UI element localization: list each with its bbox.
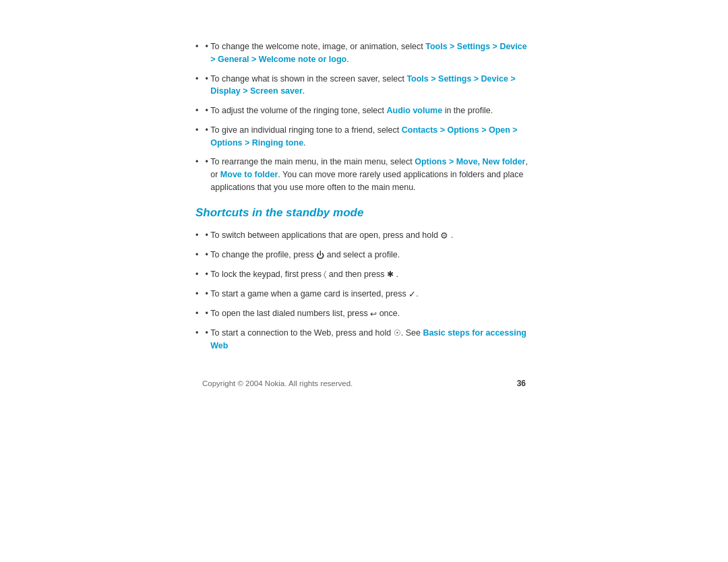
call-icon: ↩ [370,308,377,320]
bullet-marker: • [205,249,210,261]
bullet-text: To change what is shown in the screen sa… [210,73,533,98]
bullet-list-section1: • To change the welcome note, image, or … [195,40,533,194]
list-item: • To rearrange the main menu, in the mai… [195,156,533,193]
list-item: • To open the last dialed numbers list, … [195,307,533,320]
page-number: 36 [517,379,526,388]
bullet-marker: • [205,327,210,340]
list-item: • To lock the keypad, first press 〈 and … [195,268,533,281]
bullet-marker: • [205,288,210,301]
bullet-text: To start a game when a game card is inse… [210,288,418,301]
list-item: • To switch between applications that ar… [195,229,533,243]
bullet-text: To adjust the volume of the ringing tone… [210,104,493,117]
bullet-marker: • [205,156,210,168]
list-item: • To give an individual ringing tone to … [195,124,533,150]
list-item: • To change what is shown in the screen … [195,73,533,98]
link-tools-settings-screensaver[interactable]: Tools > Settings > Device > Display > Sc… [210,74,515,96]
lock-icon: 〈 [324,268,326,280]
bullet-text: To give an individual ringing tone to a … [210,124,533,150]
bullet-text: To change the profile, press ⏻ and selec… [210,249,400,261]
page-footer: Copyright © 2004 Nokia. All rights reser… [195,379,533,388]
bullet-text: To start a connection to the Web, press … [210,327,533,352]
list-item: • To change the profile, press ⏻ and sel… [195,249,533,261]
bullet-text: To change the welcome note, image, or an… [210,40,533,66]
bullet-text: To rearrange the main menu, in the main … [210,156,533,193]
bullet-marker: • [205,229,210,242]
bullet-marker: • [205,307,210,320]
list-item: • To start a game when a game card is in… [195,288,533,301]
bullet-marker: • [205,124,210,137]
copyright-text: Copyright © 2004 Nokia. All rights reser… [202,379,353,387]
link-audio-volume[interactable]: Audio volume [387,106,443,115]
link-basic-steps-web[interactable]: Basic steps for accessing Web [210,328,526,350]
bullet-marker: • [205,268,210,281]
web-icon: ☉ [394,327,401,339]
bullet-marker: • [205,104,210,117]
bullet-text: To switch between applications that are … [210,229,453,243]
apps-icon: ⚙ [440,229,448,243]
bullet-list-section2: • To switch between applications that ar… [195,229,533,352]
bullet-marker: • [205,73,210,86]
section-heading-standby: Shortcuts in the standby mode [195,206,533,220]
profile-icon: ⏻ [316,249,324,261]
asterisk-icon: ✱ [387,268,394,280]
link-contacts-ringing[interactable]: Contacts > Options > Open > Options > Ri… [210,125,517,148]
check-icon: ✓ [408,288,416,301]
bullet-text: To open the last dialed numbers list, pr… [210,307,400,320]
link-options-move[interactable]: Options > Move, New folder [415,157,525,166]
list-item: • To start a connection to the Web, pres… [195,327,533,352]
list-item: • To adjust the volume of the ringing to… [195,104,533,117]
list-item: • To change the welcome note, image, or … [195,40,533,66]
link-tools-settings-welcome[interactable]: Tools > Settings > Device > General > We… [210,42,526,64]
bullet-marker: • [205,40,210,53]
page-container: • To change the welcome note, image, or … [189,27,539,402]
link-move-to-folder[interactable]: Move to folder [220,170,278,179]
bullet-text: To lock the keypad, first press 〈 and th… [210,268,398,281]
